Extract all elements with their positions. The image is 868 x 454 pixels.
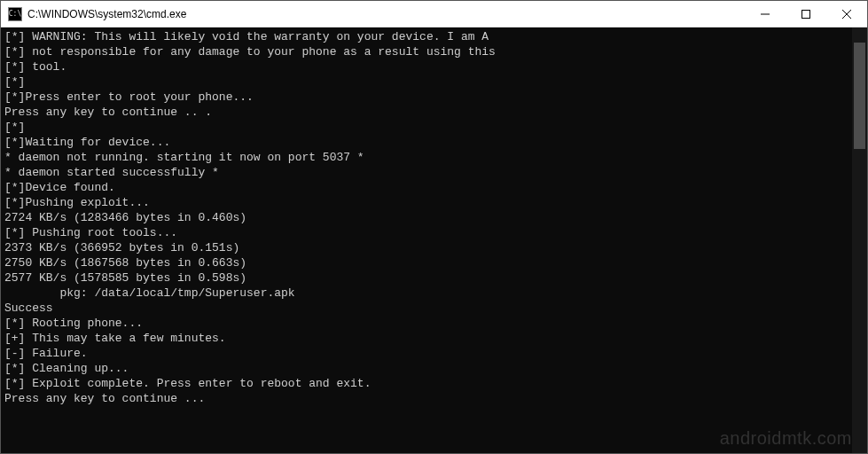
cmd-icon: C:\ [8,7,22,21]
svg-rect-1 [802,10,810,18]
scrollbar-thumb[interactable] [854,43,865,149]
vertical-scrollbar[interactable] [852,27,867,453]
terminal-output[interactable]: [*] WARNING: This will likely void the w… [1,27,852,453]
maximize-button[interactable] [786,1,826,27]
close-button[interactable] [826,1,867,27]
cmd-window: C:\ C:\WINDOWS\system32\cmd.exe [*] WARN… [0,0,868,454]
window-title: C:\WINDOWS\system32\cmd.exe [27,8,745,20]
minimize-button[interactable] [745,1,786,27]
close-icon [842,10,851,19]
window-controls [745,1,867,27]
minimize-icon [761,10,770,19]
maximize-icon [802,10,810,19]
terminal-area: [*] WARNING: This will likely void the w… [1,27,867,453]
titlebar[interactable]: C:\ C:\WINDOWS\system32\cmd.exe [1,1,867,27]
